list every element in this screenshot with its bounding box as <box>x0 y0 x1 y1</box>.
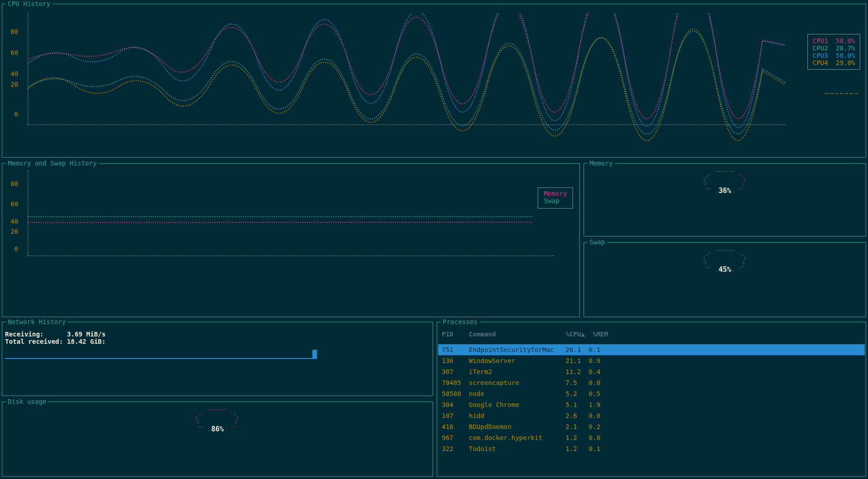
swap-gauge-panel: Swap ⠐⠒⠒⠒⠒⠂ ⠔⠁ ⠈⠢ ⠇ ⠸ ⠸ ⠇ ⠢⠄ ⠠⠔ ⠐⠒⠒⠒⠒⠂ 4… <box>584 242 866 317</box>
process-row[interactable]: 751 EndpointSecurityforMac 26.1 0.1 <box>438 344 865 355</box>
axis-tick: 20 <box>11 81 18 88</box>
axis-tick: 20 <box>11 228 18 235</box>
axis-tick: 60 <box>11 49 18 56</box>
legend-item: Memory <box>544 190 567 197</box>
process-row[interactable]: 304 Google Chrome 5.1 1.9 <box>438 399 865 410</box>
process-row[interactable]: 136 WindowServer 21.1 0.9 <box>438 355 865 366</box>
network-sparkline-peak <box>312 350 317 358</box>
memory-gauge-panel: Memory ⠐⠒⠒⠒⠒⠂ ⠔⠁ ⠈⠢ ⠇ ⠸ ⠸ ⠇ ⠢⠄ ⠠⠔ ⠐⠒⠒⠒⠒⠂… <box>584 163 866 237</box>
axis-tick: 80 <box>11 180 18 187</box>
process-row[interactable]: 967 com.docker.hyperkit 1.2 0.0 <box>438 432 865 443</box>
legend-item: Swap <box>544 197 567 204</box>
panel-title: Memory and Swap History <box>6 160 99 167</box>
cpu-legend: CPU1 58.0% CPU2 28.7% CPU3 56.0% CPU4 29… <box>807 34 860 70</box>
panel-title: Network History <box>6 318 67 325</box>
network-history-panel: Network History Receiving: 3.69 MiB/s To… <box>2 322 433 396</box>
axis-tick: 80 <box>11 28 18 35</box>
legend-item: CPU3 56.0% <box>812 52 855 59</box>
process-row[interactable]: 107 hidd 2.6 0.0 <box>438 410 865 421</box>
cpu-chart <box>28 13 785 152</box>
process-table-header[interactable]: PID Command %CPU▲ %MEM <box>442 330 861 338</box>
chart-tail-dots: ⠒⠒⠒⠒⠒⠒⠒ <box>824 90 859 98</box>
panel-title: Swap <box>588 238 607 246</box>
gauge-value: 86% <box>211 426 223 433</box>
process-row[interactable]: 322 Todoist 1.2 0.1 <box>438 443 865 454</box>
legend-item: CPU4 29.0% <box>812 59 855 66</box>
axis-tick: 60 <box>11 200 18 208</box>
swap-gauge: ⠐⠒⠒⠒⠒⠂ ⠔⠁ ⠈⠢ ⠇ ⠸ ⠸ ⠇ ⠢⠄ ⠠⠔ ⠐⠒⠒⠒⠒⠂ 45% <box>700 249 750 290</box>
memory-swap-history-panel: Memory and Swap History 80 60 40 20 0 Me… <box>2 163 580 317</box>
panel-title: Processes <box>441 318 479 325</box>
legend-item: CPU1 58.0% <box>812 37 855 44</box>
axis-tick: 0 <box>14 245 18 253</box>
process-row[interactable]: 58588 node 5.2 0.5 <box>438 388 865 399</box>
cpu-history-panel: CPU History 80 60 40 20 0 ⠒⠒⠒⠒⠒⠒⠒ CPU1 5… <box>2 4 866 158</box>
network-total-row: Total received: 18.42 GiB: <box>5 338 430 345</box>
processes-panel: Processes PID Command %CPU▲ %MEM 751 End… <box>437 322 866 477</box>
mem-chart <box>28 173 534 311</box>
panel-title: Memory <box>588 160 615 167</box>
network-sparkline <box>5 351 317 359</box>
gauge-value: 45% <box>718 266 731 273</box>
process-row[interactable]: 307 iTerm2 11.2 0.4 <box>438 366 865 377</box>
axis-tick: 40 <box>11 218 18 225</box>
panel-title: CPU History <box>6 0 52 7</box>
gauge-value: 36% <box>718 187 731 194</box>
panel-title: Disk usage <box>6 398 48 405</box>
process-row[interactable]: 70485 screencapture 7.5 0.0 <box>438 377 865 388</box>
mem-legend: Memory Swap <box>538 187 573 209</box>
disk-gauge: ⠐⠒⠒⠒⠒⠂ ⠔⠁ ⠈⠢ ⠇ ⠸ ⠸ ⠇ ⠢⠄ ⠠⠔ ⠐⠒⠒⠒⠒⠂ 86% <box>192 408 243 450</box>
memory-gauge: ⠐⠒⠒⠒⠒⠂ ⠔⠁ ⠈⠢ ⠇ ⠸ ⠸ ⠇ ⠢⠄ ⠠⠔ ⠐⠒⠒⠒⠒⠂ 36% <box>700 170 750 211</box>
process-row[interactable]: 416 BDUpdDaemon 2.1 0.2 <box>438 421 865 432</box>
legend-item: CPU2 28.7% <box>812 44 855 52</box>
disk-usage-panel: Disk usage ⠐⠒⠒⠒⠒⠂ ⠔⠁ ⠈⠢ ⠇ ⠸ ⠸ ⠇ ⠢⠄ ⠠⠔ ⠐⠒… <box>2 402 433 477</box>
network-receiving-row: Receiving: 3.69 MiB/s <box>5 330 430 338</box>
process-table-body: 751 EndpointSecurityforMac 26.1 0.1136 W… <box>438 344 865 454</box>
axis-tick: 40 <box>11 70 18 77</box>
axis-tick: 0 <box>14 110 18 118</box>
